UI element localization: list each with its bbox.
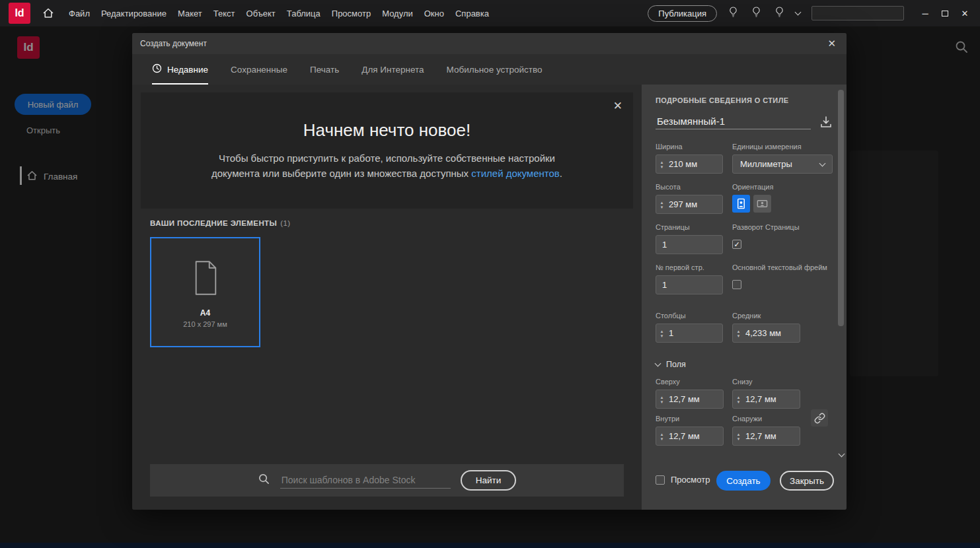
recent-items-heading: ВАШИ ПОСЛЕДНИЕ ЭЛЕМЕНТЫ(1) (150, 219, 290, 227)
stepper-arrows[interactable]: ▴▾ (656, 395, 667, 404)
indesign-logo[interactable]: Id (9, 3, 30, 24)
close-dialog-button[interactable]: Закрыть (780, 471, 834, 491)
margin-top-input[interactable] (667, 394, 723, 404)
tab-saved[interactable]: Сохраненные (231, 54, 287, 85)
taskbar-sliver (0, 543, 980, 548)
preset-name: A4 (200, 308, 210, 318)
download-preset-icon[interactable] (817, 114, 835, 131)
stepper-arrows[interactable]: ▴▾ (733, 329, 744, 338)
preset-size: 210 x 297 мм (183, 320, 227, 328)
tab-recent[interactable]: Недавние (152, 54, 208, 85)
stepper-arrows[interactable]: ▴▾ (733, 432, 744, 441)
height-label: Высота (656, 183, 681, 191)
recent-items-count: (1) (280, 219, 290, 227)
columns-input[interactable] (667, 328, 722, 338)
stepper-arrows[interactable]: ▴▾ (733, 395, 744, 404)
margin-top-label: Сверху (656, 378, 680, 386)
welcome-banner: ✕ Начнем нечто новое! Чтобы быстро прист… (141, 92, 633, 209)
primary-text-frame-checkbox[interactable] (732, 280, 741, 289)
home-icon[interactable] (42, 7, 54, 19)
landscape-orientation-button[interactable] (753, 195, 771, 213)
columns-label: Столбцы (656, 312, 686, 320)
stepper-arrows[interactable]: ▴▾ (656, 432, 667, 441)
margin-bottom-input[interactable] (744, 394, 800, 404)
publish-button[interactable]: Публикация (648, 5, 717, 22)
lightbulb-icon[interactable] (728, 7, 738, 20)
dialog-title: Создать документ (140, 39, 207, 48)
titlebar-right-cluster: Публикация ─ ✕ (648, 3, 975, 23)
stock-search-input[interactable] (280, 472, 451, 489)
margin-inside-label: Внутри (656, 415, 679, 423)
menu-plugins[interactable]: Модули (382, 9, 413, 18)
tab-label: Мобильное устройство (447, 65, 543, 75)
close-button[interactable]: ✕ (955, 3, 975, 23)
margin-bottom-stepper: ▴▾ (732, 390, 800, 409)
scroll-down-icon[interactable] (839, 451, 845, 458)
dialog-titlebar: Создать документ ✕ (132, 33, 847, 54)
minimize-button[interactable]: ─ (915, 3, 935, 23)
menu-file[interactable]: Файл (69, 9, 90, 18)
margins-section-header[interactable]: Поля (656, 360, 686, 369)
height-stepper: ▴▾ (656, 195, 723, 214)
chevron-down-icon[interactable] (795, 9, 802, 16)
indesign-logo-text: Id (15, 7, 24, 19)
panel-scrollbar-thumb[interactable] (838, 90, 844, 326)
maximize-button[interactable] (935, 3, 955, 23)
link-margins-icon[interactable] (811, 409, 828, 427)
menu-object[interactable]: Объект (246, 9, 276, 18)
menu-help[interactable]: Справка (455, 9, 489, 18)
start-page-input[interactable] (656, 275, 723, 294)
margin-top-stepper: ▴▾ (656, 390, 724, 409)
portrait-orientation-button[interactable] (732, 195, 750, 213)
menu-type[interactable]: Текст (213, 9, 235, 18)
tab-web[interactable]: Для Интернета (361, 54, 424, 85)
tab-label: Недавние (167, 65, 208, 75)
tab-print[interactable]: Печать (310, 54, 339, 85)
clock-icon (152, 63, 162, 75)
recent-preset-card[interactable]: A4 210 x 297 мм (150, 237, 260, 347)
dialog-close-icon[interactable]: ✕ (825, 38, 839, 50)
menu-layout[interactable]: Макет (178, 9, 202, 18)
menu-edit[interactable]: Редактирование (101, 9, 167, 18)
gutter-label: Средник (732, 312, 761, 320)
preset-details-panel: ПОДРОБНЫЕ СВЕДЕНИЯ О СТИЛЕ Ширина Единиц… (642, 85, 847, 510)
chevron-down-icon (819, 160, 826, 166)
document-presets-link[interactable]: стилей документов (471, 168, 560, 179)
document-icon (192, 260, 219, 298)
pages-input[interactable] (656, 235, 723, 254)
stepper-arrows[interactable]: ▴▾ (656, 200, 667, 209)
find-button[interactable]: Найти (461, 470, 517, 491)
stepper-arrows[interactable]: ▴▾ (656, 329, 667, 338)
facing-pages-checkbox[interactable] (732, 240, 741, 249)
preview-checkbox[interactable] (656, 475, 665, 485)
units-value: Миллиметры (740, 159, 792, 169)
app-titlebar: Id Файл Редактирование Макет Текст Объек… (0, 0, 980, 26)
margins-label: Поля (666, 360, 686, 369)
units-select[interactable]: Миллиметры (732, 154, 833, 174)
window-controls: ─ ✕ (915, 3, 975, 23)
units-label: Единицы измерения (732, 143, 802, 151)
titlebar-search-input[interactable] (811, 6, 904, 20)
stepper-arrows[interactable]: ▴▾ (656, 160, 667, 169)
margin-inside-input[interactable] (667, 431, 723, 441)
tab-label: Для Интернета (361, 65, 424, 75)
tab-mobile[interactable]: Мобильное устройство (447, 54, 543, 85)
menu-view[interactable]: Просмотр (332, 9, 371, 18)
preset-name-input[interactable] (656, 114, 811, 129)
banner-close-icon[interactable]: ✕ (613, 99, 622, 113)
menu-table[interactable]: Таблица (287, 9, 320, 18)
height-input[interactable] (667, 199, 722, 209)
width-stepper: ▴▾ (656, 154, 723, 174)
create-button[interactable]: Создать (716, 471, 771, 491)
margin-bottom-label: Снизу (732, 378, 753, 386)
lightbulb-icon[interactable] (774, 7, 784, 20)
chevron-down-icon (655, 360, 661, 367)
margin-outside-input[interactable] (744, 431, 800, 441)
bulb-group (728, 7, 784, 20)
margin-outside-stepper: ▴▾ (732, 427, 800, 446)
gutter-stepper: ▴▾ (732, 324, 800, 343)
lightbulb-icon[interactable] (751, 7, 761, 20)
gutter-input[interactable] (744, 328, 800, 338)
width-input[interactable] (667, 159, 722, 169)
menu-window[interactable]: Окно (424, 9, 444, 18)
